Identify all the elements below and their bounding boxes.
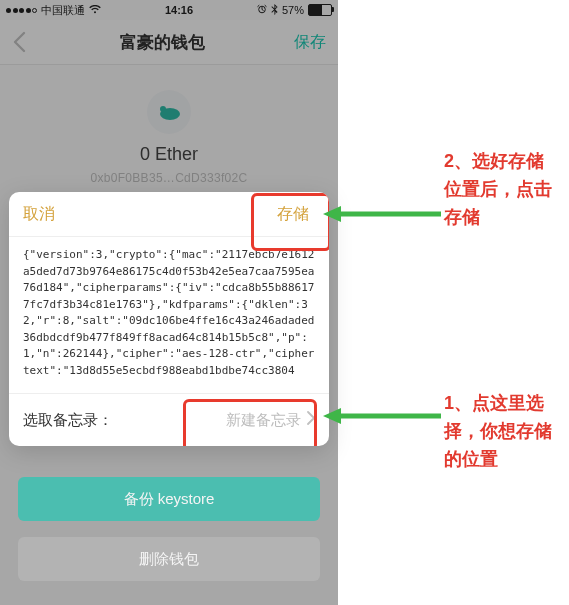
memo-select-row[interactable]: 选取备忘录： 新建备忘录: [9, 394, 329, 446]
annotation-text-1: 1、点这里选 择，你想存储 的位置: [444, 390, 552, 474]
chevron-right-icon: [305, 411, 315, 429]
memo-label: 选取备忘录：: [23, 411, 113, 430]
sheet-header: 取消 存储: [9, 192, 329, 237]
backup-keystore-button[interactable]: 备份 keystore: [18, 477, 320, 521]
keystore-json-text: {"version":3,"crypto":{"mac":"2117ebcb7e…: [9, 237, 329, 394]
share-sheet: 取消 存储 {"version":3,"crypto":{"mac":"2117…: [9, 192, 329, 446]
cancel-button[interactable]: 取消: [9, 204, 69, 225]
memo-value: 新建备忘录: [216, 405, 305, 436]
delete-wallet-button[interactable]: 删除钱包: [18, 537, 320, 581]
arrow-store-icon: [323, 202, 443, 226]
store-button[interactable]: 存储: [261, 198, 325, 231]
arrow-memo-icon: [323, 404, 443, 428]
annotation-text-2: 2、选好存储 位置后，点击 存储: [444, 148, 552, 232]
